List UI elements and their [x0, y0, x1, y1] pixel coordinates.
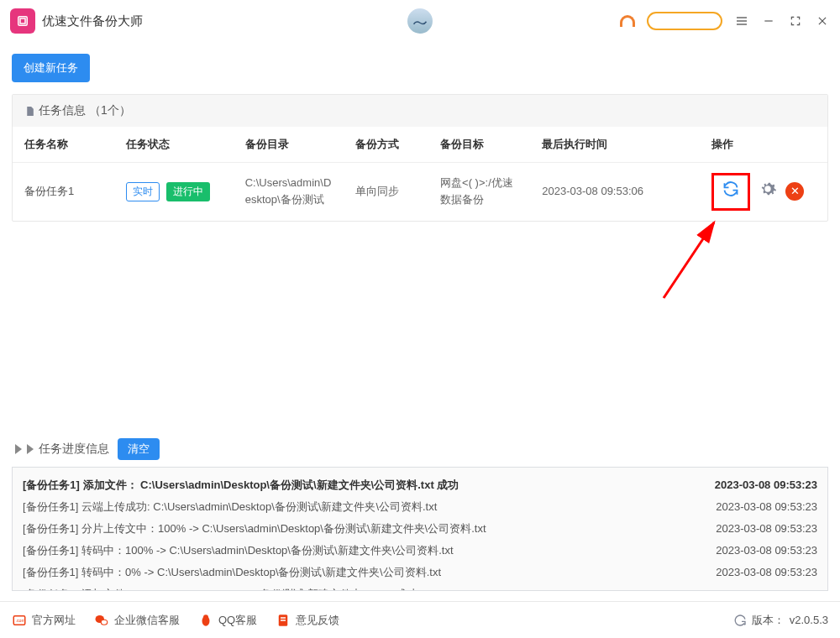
footer-link-label: 官方网址 [32, 613, 76, 628]
log-time: 2023-03-08 09:53:23 [716, 520, 817, 538]
cell-source: C:\Users\admin\Desktop\备份测试 [234, 163, 344, 221]
log-time: 2023-03-08 09:53:22 [716, 585, 817, 591]
log-time: 2023-03-08 09:53:23 [716, 563, 817, 582]
footer-link-qq[interactable]: QQ客服 [198, 613, 257, 628]
th-name: 任务名称 [13, 127, 114, 163]
title-center-decor [407, 8, 433, 34]
badge-running: 进行中 [166, 182, 210, 201]
footer-links: .com官方网址企业微信客服QQ客服意见反馈 [12, 613, 339, 628]
feedback-icon [276, 613, 291, 628]
delete-icon[interactable]: ✕ [785, 182, 804, 201]
cell-method: 单向同步 [344, 163, 428, 221]
title-bar: 优速文件备份大师 [0, 0, 840, 42]
log-msg: [备份任务1] 添加文件： C:\Users\admin\Desktop\备份测… [23, 585, 417, 591]
svg-text:.com: .com [16, 618, 26, 623]
main-area: 创建新任务 任务信息（1个） 任务名称 任务状态 备份目录 备份方式 备份目标 … [0, 42, 840, 222]
progress-header: 任务进度信息 清空 [12, 431, 828, 467]
th-method: 备份方式 [344, 127, 428, 163]
log-msg: [备份任务1] 添加文件： C:\Users\admin\Desktop\备份测… [23, 476, 459, 494]
title-bar-controls [620, 12, 830, 30]
arrow-annotation [647, 214, 748, 315]
footer-link-wechat[interactable]: 企业微信客服 [94, 613, 180, 628]
log-time: 2023-03-08 09:53:23 [715, 476, 817, 494]
footer-link-feedback[interactable]: 意见反馈 [276, 613, 339, 628]
sync-icon[interactable] [722, 180, 739, 203]
svg-rect-17 [281, 620, 286, 621]
footer: .com官方网址企业微信客服QQ客服意见反馈 版本： v2.0.5.3 [0, 601, 840, 638]
table-row: 备份任务1 实时 进行中 C:\Users\admin\Desktop\备份测试… [13, 163, 827, 221]
svg-rect-16 [281, 617, 286, 619]
log-msg: [备份任务1] 云端上传成功: C:\Users\admin\Desktop\备… [23, 498, 437, 516]
log-row: [备份任务1] 转码中：0% -> C:\Users\admin\Desktop… [23, 562, 817, 583]
log-time: 2023-03-08 09:53:23 [716, 541, 817, 560]
qq-icon [198, 613, 213, 628]
progress-title: 任务进度信息 [39, 442, 109, 457]
cell-target: 网盘<( )>:/优速数据备份 [428, 163, 530, 221]
footer-link-label: 企业微信客服 [114, 613, 180, 628]
log-msg: [备份任务1] 分片上传文中：100% -> C:\Users\admin\De… [23, 520, 486, 538]
file-icon [24, 106, 35, 117]
log-msg: [备份任务1] 转码中：0% -> C:\Users\admin\Desktop… [23, 563, 441, 582]
clear-log-button[interactable]: 清空 [118, 438, 160, 460]
notification-icon[interactable] [620, 15, 635, 27]
chevron-right-icon[interactable] [15, 444, 22, 454]
th-lasttime: 最后执行时间 [530, 127, 700, 163]
app-title: 优速文件备份大师 [42, 13, 143, 29]
account-pill[interactable] [647, 12, 722, 30]
refresh-icon[interactable] [733, 614, 747, 627]
svg-point-12 [101, 620, 108, 625]
footer-version: 版本： v2.0.5.3 [733, 613, 828, 628]
web-icon: .com [12, 613, 27, 628]
sync-action-highlight [711, 173, 750, 211]
log-row: [备份任务1] 添加文件： C:\Users\admin\Desktop\备份测… [23, 474, 817, 496]
log-row: [备份任务1] 添加文件： C:\Users\admin\Desktop\备份测… [23, 583, 817, 591]
progress-panel: 任务进度信息 清空 [备份任务1] 添加文件： C:\Users\admin\D… [12, 431, 828, 591]
th-status: 任务状态 [114, 127, 233, 163]
app-logo-icon [10, 8, 35, 34]
svg-point-14 [203, 614, 208, 620]
th-source: 备份目录 [234, 127, 344, 163]
version-value: v2.0.5.3 [790, 614, 828, 626]
footer-link-label: QQ客服 [218, 613, 257, 628]
version-label: 版本： [752, 613, 785, 628]
log-box[interactable]: [备份任务1] 添加文件： C:\Users\admin\Desktop\备份测… [12, 467, 828, 591]
svg-rect-1 [20, 18, 25, 24]
task-info-panel: 任务信息（1个） 任务名称 任务状态 备份目录 备份方式 备份目标 最后执行时间… [12, 94, 828, 222]
th-ops: 操作 [700, 127, 827, 163]
cell-name: 备份任务1 [13, 163, 114, 221]
task-table: 任务名称 任务状态 备份目录 备份方式 备份目标 最后执行时间 操作 备份任务1… [13, 127, 827, 221]
footer-link-label: 意见反馈 [296, 613, 339, 628]
cell-ops: ✕ [700, 163, 827, 221]
gear-icon[interactable] [759, 180, 777, 204]
chevron-right-icon[interactable] [27, 444, 34, 454]
close-icon[interactable] [815, 13, 830, 29]
cell-status: 实时 进行中 [114, 163, 233, 221]
svg-line-8 [664, 222, 714, 298]
log-row: [备份任务1] 分片上传文中：100% -> C:\Users\admin\De… [23, 518, 817, 540]
globe-icon [407, 8, 433, 34]
log-time: 2023-03-08 09:53:23 [716, 498, 817, 516]
create-task-button[interactable]: 创建新任务 [12, 54, 90, 82]
panel-title: 任务信息 [39, 103, 86, 118]
log-row: [备份任务1] 云端上传成功: C:\Users\admin\Desktop\备… [23, 496, 817, 518]
menu-icon[interactable] [734, 13, 749, 29]
badge-realtime: 实时 [126, 182, 160, 201]
cell-lasttime: 2023-03-08 09:53:06 [530, 163, 700, 221]
log-row: [备份任务1] 转码中：100% -> C:\Users\admin\Deskt… [23, 540, 817, 562]
minimize-icon[interactable] [761, 13, 776, 29]
th-target: 备份目标 [428, 127, 530, 163]
log-msg: [备份任务1] 转码中：100% -> C:\Users\admin\Deskt… [23, 541, 454, 560]
panel-header: 任务信息（1个） [13, 95, 827, 127]
panel-count: （1个） [89, 103, 131, 118]
footer-link-web[interactable]: .com官方网址 [12, 613, 76, 628]
wechat-icon [94, 613, 109, 628]
maximize-icon[interactable] [788, 13, 803, 29]
